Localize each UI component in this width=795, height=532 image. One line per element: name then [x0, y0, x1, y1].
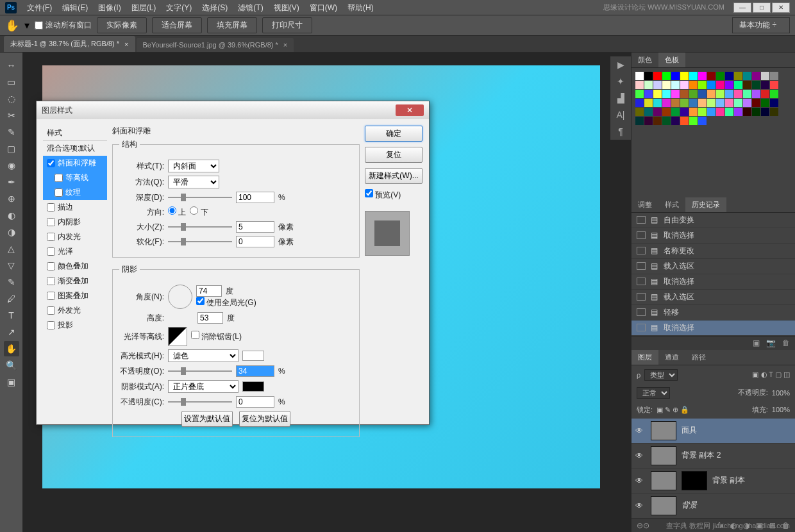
- global-light-checkbox[interactable]: 使用全局光(G): [196, 298, 256, 307]
- cancel-button[interactable]: 复位: [365, 147, 423, 163]
- trash-icon[interactable]: 🗑: [782, 338, 790, 347]
- swatch[interactable]: [734, 90, 742, 98]
- swatch[interactable]: [716, 90, 724, 98]
- size-input[interactable]: [236, 221, 274, 233]
- layer-thumbnail[interactable]: [651, 471, 676, 490]
- swatch[interactable]: [698, 99, 707, 107]
- mask-thumbnail[interactable]: [682, 471, 707, 490]
- menu-滤镜(T)[interactable]: 滤镜(T): [233, 3, 268, 12]
- inner-glow-item[interactable]: 内发光: [43, 229, 107, 244]
- bevel-item[interactable]: 斜面和浮雕: [43, 156, 107, 170]
- swatch[interactable]: [689, 81, 698, 89]
- swatch[interactable]: [752, 72, 760, 80]
- stroke-item[interactable]: 描边: [43, 200, 107, 215]
- swatch[interactable]: [671, 81, 680, 89]
- opacity-value[interactable]: 100%: [772, 389, 790, 397]
- tool-2[interactable]: ◌: [4, 91, 19, 106]
- layer-item[interactable]: 👁背景: [632, 494, 795, 519]
- tool-11[interactable]: △: [4, 241, 19, 256]
- menu-选择(S)[interactable]: 选择(S): [197, 3, 233, 12]
- tool-14[interactable]: 🖊: [4, 291, 19, 306]
- swatch[interactable]: [725, 99, 733, 107]
- new-style-button[interactable]: 新建样式(W)...: [365, 168, 423, 184]
- compass-icon[interactable]: ✦: [610, 73, 631, 90]
- swatch[interactable]: [653, 72, 662, 80]
- swatch[interactable]: [743, 99, 751, 107]
- history-item[interactable]: ▤轻移: [632, 305, 795, 320]
- fit-screen-button[interactable]: 适合屏幕: [152, 17, 202, 33]
- preview-checkbox[interactable]: 预览(V): [365, 189, 423, 201]
- paragraph-icon[interactable]: ¶: [610, 123, 631, 140]
- camera-icon[interactable]: 📷: [766, 338, 776, 347]
- swatch[interactable]: [635, 81, 644, 89]
- swatch[interactable]: [698, 81, 707, 89]
- shadow-color[interactable]: [242, 381, 264, 392]
- swatch[interactable]: [770, 81, 778, 89]
- tool-0[interactable]: ↔: [4, 58, 19, 73]
- swatch[interactable]: [662, 117, 671, 125]
- fill-value[interactable]: 100%: [772, 406, 790, 413]
- print-size-button[interactable]: 打印尺寸: [262, 17, 312, 33]
- play-icon[interactable]: ▶: [610, 56, 631, 73]
- swatch[interactable]: [662, 72, 671, 80]
- swatch[interactable]: [698, 108, 707, 116]
- swatch[interactable]: [707, 108, 716, 116]
- direction-down[interactable]: 下: [190, 206, 208, 218]
- swatch[interactable]: [707, 99, 716, 107]
- swatch[interactable]: [671, 90, 680, 98]
- swatch[interactable]: [635, 117, 644, 125]
- swatch[interactable]: [644, 72, 653, 80]
- swatch[interactable]: [671, 117, 680, 125]
- swatch[interactable]: [716, 81, 724, 89]
- layer-thumbnail[interactable]: [651, 421, 676, 440]
- history-item[interactable]: ▤取消选择: [632, 274, 795, 290]
- size-slider[interactable]: [168, 226, 232, 228]
- swatch[interactable]: [707, 90, 716, 98]
- swatch[interactable]: [716, 99, 724, 107]
- swatch[interactable]: [662, 81, 671, 89]
- tool-1[interactable]: ▭: [4, 74, 19, 90]
- swatch[interactable]: [725, 108, 733, 116]
- tab-close-icon[interactable]: ×: [124, 40, 128, 48]
- menu-文字(Y)[interactable]: 文字(Y): [161, 3, 197, 12]
- swatch[interactable]: [770, 108, 778, 116]
- swatch[interactable]: [680, 108, 689, 116]
- depth-slider[interactable]: [168, 197, 232, 198]
- depth-input[interactable]: [236, 192, 274, 203]
- swatch[interactable]: [761, 99, 769, 107]
- swatch[interactable]: [743, 108, 751, 116]
- swatch[interactable]: [653, 90, 662, 98]
- antialias-checkbox[interactable]: 消除锯齿(L): [191, 331, 242, 342]
- swatch[interactable]: [725, 72, 733, 80]
- layer-thumbnail[interactable]: [651, 496, 676, 515]
- menu-帮助(H)[interactable]: 帮助(H): [342, 3, 379, 12]
- swatch[interactable]: [635, 72, 644, 80]
- swatch[interactable]: [770, 90, 778, 98]
- swatch[interactable]: [644, 81, 653, 89]
- swatch[interactable]: [635, 99, 644, 107]
- tool-6[interactable]: ◉: [4, 158, 19, 173]
- swatch[interactable]: [671, 72, 680, 80]
- swatch[interactable]: [698, 72, 707, 80]
- soften-input[interactable]: [236, 236, 274, 247]
- swatch[interactable]: [680, 117, 689, 125]
- swatch[interactable]: [716, 72, 724, 80]
- highlight-opacity-input[interactable]: [236, 365, 274, 377]
- layer-thumbnail[interactable]: [651, 446, 676, 465]
- swatch[interactable]: [680, 99, 689, 107]
- histogram-icon[interactable]: ▟: [610, 90, 631, 106]
- tab-close-icon[interactable]: ×: [283, 41, 287, 49]
- history-tab[interactable]: 历史记录: [685, 197, 726, 212]
- drop-shadow-item[interactable]: 投影: [43, 318, 107, 333]
- swatches-grid[interactable]: [632, 68, 795, 129]
- soften-slider[interactable]: [168, 241, 232, 242]
- tool-5[interactable]: ▢: [4, 141, 19, 156]
- ok-button[interactable]: 确定: [365, 126, 423, 142]
- satin-item[interactable]: 光泽: [43, 244, 107, 259]
- swatch[interactable]: [662, 108, 671, 116]
- layer-kind-select[interactable]: 类型: [644, 369, 678, 381]
- workspace-selector[interactable]: 基本功能 ÷: [732, 17, 790, 33]
- swatch[interactable]: [734, 108, 742, 116]
- highlight-color[interactable]: [242, 351, 264, 361]
- layer-item[interactable]: 👁背景 副本 2: [632, 444, 795, 469]
